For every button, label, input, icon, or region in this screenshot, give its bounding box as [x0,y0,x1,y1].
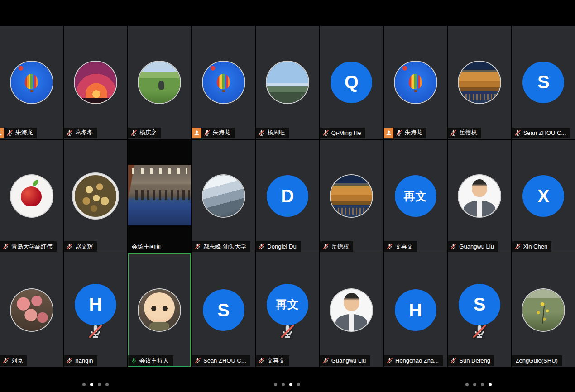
participant-tile[interactable]: ZengGuie(SHU) [512,253,575,367]
profile-avatar [395,62,436,103]
participant-tile[interactable]: 朱海龙 [192,26,255,139]
mic-muted-icon [514,129,521,136]
profile-avatar [75,62,116,103]
meeting-window: 朱海龙 葛冬冬 杨庆之 朱海龙 [0,0,575,392]
participant-tile[interactable]: 再文 文再文 [384,140,447,253]
participant-tile[interactable]: 葛冬冬 [64,26,127,139]
pagination-dot[interactable] [274,383,277,386]
nameplate: Qi-Ming He [320,128,365,138]
nameplate: 朱海龙 [384,128,426,138]
participant-tile[interactable]: 岳德权 [448,26,511,139]
presenter-badge-icon [384,128,393,138]
mic-muted-icon [450,243,457,250]
pagination-dot[interactable] [489,383,492,386]
participant-name: 朱海龙 [213,129,230,137]
conference-room-video [128,165,191,226]
profile-avatar [522,289,564,331]
participant-name: hanqin [75,357,93,364]
participant-tile[interactable]: 岳德权 [320,140,383,253]
participant-tile[interactable]: D Donglei Du [256,140,319,253]
mic-muted-icon [386,243,393,250]
pagination-dots [274,383,300,386]
participant-tile[interactable]: 会场主画面 [128,140,191,253]
nameplate: Guangwu Liu [320,355,370,366]
pagination-dots [82,383,109,386]
participant-name: 杨周旺 [267,129,285,137]
participant-tile[interactable]: 会议主持人 [128,253,191,367]
nameplate: ZengGuie(SHU) [512,355,562,366]
participant-name: Sun Defeng [459,357,490,364]
participant-tile[interactable]: 赵文辉 [64,140,127,253]
participant-tile[interactable]: 杨周旺 [256,26,319,139]
participant-name: 文再文 [395,243,413,251]
participant-tile[interactable]: H hanqin [64,253,127,367]
nameplate: 赵文辉 [64,241,97,252]
mic-muted-overlay-icon [88,324,103,342]
participant-tile[interactable]: 朱海龙 [384,26,447,139]
participant-tile[interactable]: 杨庆之 [128,26,191,139]
pagination-dot[interactable] [90,383,93,386]
pagination-dot[interactable] [481,383,484,386]
participant-tile[interactable]: 青岛大学高红伟 [0,140,63,253]
nameplate: hanqin [64,355,97,366]
participant-tile[interactable]: 再文 文再文 [256,253,319,367]
mic-muted-icon [322,243,329,250]
mic-muted-icon [194,243,201,250]
pagination-bar [0,367,575,392]
participant-tile[interactable]: Guangwu Liu [320,253,383,367]
letter-avatar: H [395,289,436,331]
participant-name: 青岛大学高红伟 [11,243,53,251]
nameplate: Sun Defeng [448,355,494,366]
participant-name: 岳德权 [331,243,349,251]
nameplate: 郝志峰-汕头大学 [192,241,250,252]
pagination-dot[interactable] [282,383,285,386]
participant-name: Xin Chen [523,243,547,250]
presenter-badge-icon [0,128,4,138]
mic-muted-icon [258,357,265,364]
pagination-dot[interactable] [105,383,109,386]
pagination-dot[interactable] [297,383,300,386]
pagination-dot[interactable] [98,383,101,386]
participant-tile[interactable]: S Sean ZHOU C... [512,26,575,139]
profile-avatar [73,173,118,219]
mic-muted-icon [66,243,73,250]
nameplate: Donglei Du [256,241,300,252]
participant-tile[interactable]: 刘克 [0,253,63,367]
participant-name: 岳德权 [459,129,477,137]
profile-avatar [11,62,53,103]
nameplate: 杨周旺 [256,128,289,138]
nameplate: 杨庆之 [128,128,161,138]
nameplate: 文再文 [256,355,289,366]
nameplate: 刘克 [0,355,27,366]
participant-tile[interactable]: 朱海龙 [0,26,63,139]
letter-avatar: H [75,284,116,325]
profile-avatar [139,62,180,103]
participant-tile[interactable]: H Hongchao Zha... [384,253,447,367]
participant-name: Qi-Ming He [331,129,361,136]
mic-muted-overlay-icon [280,324,295,342]
letter-avatar: S [522,62,564,103]
pagination-dot[interactable] [473,383,476,386]
mic-muted-icon [386,357,393,364]
nameplate: 葛冬冬 [64,128,97,138]
nameplate: 文再文 [384,241,417,252]
participant-name: ZengGuie(SHU) [516,357,558,364]
mic-muted-icon [194,357,201,364]
participant-tile[interactable]: 郝志峰-汕头大学 [192,140,255,253]
mic-muted-icon [66,129,73,136]
pagination-dot[interactable] [289,383,292,386]
participant-tile[interactable]: X Xin Chen [512,140,575,253]
participant-tile[interactable]: S Sean ZHOU C... [192,253,255,367]
nameplate: Sean ZHOU C... [512,128,570,138]
participant-name: 文再文 [267,357,285,365]
pagination-dot[interactable] [465,383,469,386]
mic-muted-icon [6,129,13,136]
participant-tile[interactable]: Q Qi-Ming He [320,26,383,139]
mic-muted-icon [258,243,265,250]
mic-muted-icon [322,357,329,364]
profile-avatar [203,175,244,217]
profile-avatar [139,289,180,331]
pagination-dot[interactable] [82,383,86,386]
participant-tile[interactable]: Guangwu Liu [448,140,511,253]
participant-tile[interactable]: S Sun Defeng [448,253,511,367]
